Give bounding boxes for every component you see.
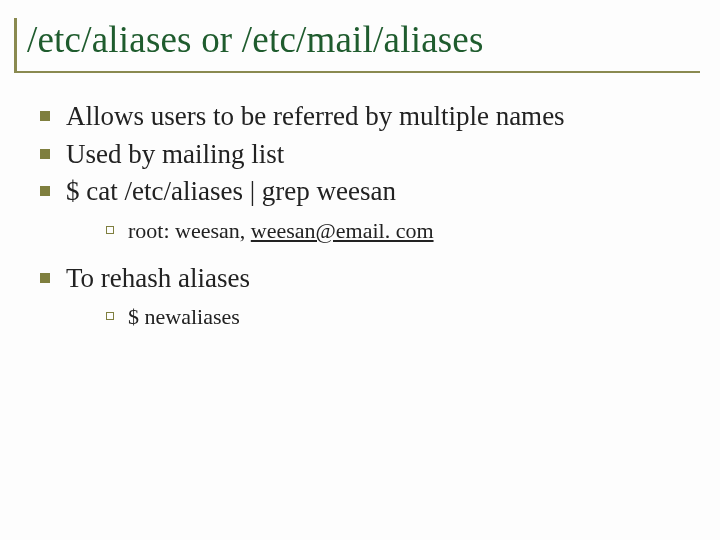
- bullet-text: To rehash aliases: [66, 263, 250, 293]
- bullet-text: Allows users to be referred by multiple …: [66, 101, 565, 131]
- sub-bullet-list: $ newaliases: [66, 302, 700, 333]
- sub-bullet-text: $ newaliases: [128, 304, 240, 329]
- slide: /etc/aliases or /etc/mail/aliases Allows…: [0, 0, 720, 540]
- title-container: /etc/aliases or /etc/mail/aliases: [14, 18, 700, 73]
- sub-bullet-list: root: weesan, weesan@email. com: [66, 216, 700, 247]
- bullet-item: Allows users to be referred by multiple …: [36, 99, 700, 135]
- bullet-item: $ cat /etc/aliases | grep weesan root: w…: [36, 174, 700, 246]
- slide-title: /etc/aliases or /etc/mail/aliases: [27, 18, 700, 61]
- bullet-text: Used by mailing list: [66, 139, 284, 169]
- sub-bullet-item: root: weesan, weesan@email. com: [104, 216, 700, 247]
- bullet-list: Allows users to be referred by multiple …: [14, 99, 700, 333]
- bullet-text: $ cat /etc/aliases | grep weesan: [66, 176, 396, 206]
- bullet-item: To rehash aliases $ newaliases: [36, 261, 700, 333]
- sub-bullet-prefix: root: weesan,: [128, 218, 251, 243]
- sub-bullet-item: $ newaliases: [104, 302, 700, 333]
- email-link[interactable]: weesan@email. com: [251, 218, 434, 243]
- bullet-item: Used by mailing list: [36, 137, 700, 173]
